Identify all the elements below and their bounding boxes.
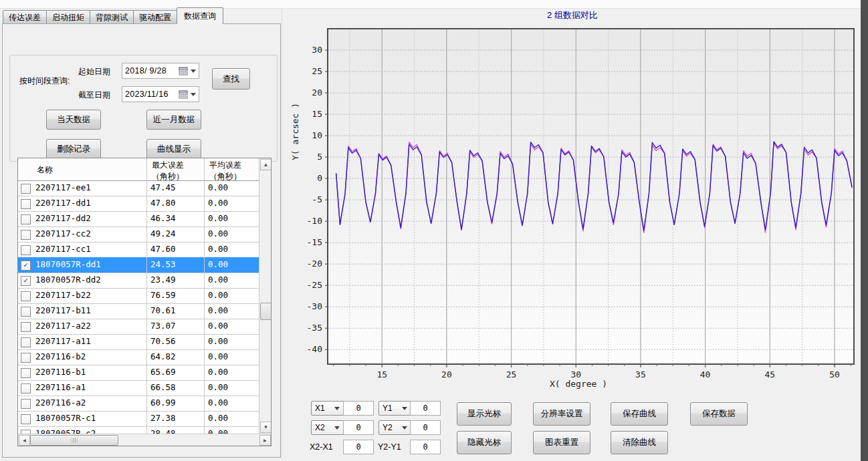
save-data-button[interactable]: 保存数据 [690, 402, 748, 426]
curve-display-button[interactable]: 曲线显示 [146, 139, 201, 159]
row-checkbox[interactable] [21, 414, 31, 424]
hide-cursor-button[interactable]: 隐藏光标 [457, 431, 512, 454]
cell-avg: 0.00 [208, 349, 256, 364]
end-date-value: 2023/11/16 [125, 90, 179, 99]
dy-value-input[interactable]: 0 [410, 440, 441, 454]
row-checkbox[interactable] [21, 245, 31, 255]
table-row[interactable]: 2207116-b264.820.00 [18, 349, 259, 365]
table-row[interactable]: 2207117-a2273.070.00 [18, 319, 259, 335]
clear-curve-button[interactable]: 清除曲线 [611, 431, 668, 454]
svg-text:-5: -5 [312, 194, 322, 204]
scroll-thumb[interactable] [260, 303, 272, 320]
table-horizontal-scrollbar[interactable]: ◄ ► [18, 434, 271, 446]
table-row[interactable]: 2207117-dd147.800.00 [18, 196, 259, 212]
chevron-down-icon[interactable] [191, 93, 196, 96]
tab-data-query[interactable]: 数据查询 [177, 7, 223, 24]
cell-avg: 0.00 [208, 288, 256, 303]
x1-value-input[interactable]: 0 [343, 401, 374, 416]
start-date-value: 2018/ 9/28 [125, 66, 179, 75]
row-checkbox[interactable] [21, 383, 31, 394]
svg-text:30: 30 [570, 369, 581, 379]
cell-name: 18070057R-c1 [35, 411, 142, 426]
table-row[interactable]: 2207117-cc249.240.00 [18, 226, 259, 243]
row-checkbox[interactable] [21, 184, 31, 194]
search-button[interactable]: 查找 [212, 68, 250, 90]
table-row[interactable]: 18070057R-c228.480.00 [18, 426, 259, 434]
svg-text:10: 10 [312, 130, 322, 140]
cell-name: 2207117-ee1 [35, 180, 142, 195]
row-checkbox[interactable] [21, 214, 31, 224]
col-header-avg[interactable]: 平均误差 （角秒） [209, 160, 241, 182]
svg-text:25: 25 [312, 66, 322, 76]
row-checkbox[interactable] [21, 199, 31, 209]
svg-text:30: 30 [312, 45, 322, 55]
row-checkbox[interactable] [21, 307, 31, 317]
row-checkbox[interactable]: ✓ [21, 261, 31, 271]
tab-transmission-error[interactable]: 传达误差 [3, 10, 47, 24]
tab-startup-torque[interactable]: 启动扭矩 [46, 10, 90, 24]
svg-text:25: 25 [506, 369, 517, 379]
tab-backlash-test[interactable]: 背隙测试 [90, 10, 134, 24]
time-range-groupbox: 按时间段查询: 起始日期 2018/ 9/28 截至日期 2023/11/16 … [9, 55, 278, 162]
scroll-right-icon[interactable]: ► [259, 435, 271, 446]
y2-value-input[interactable]: 0 [410, 420, 441, 435]
resolution-settings-button[interactable]: 分辨率设置 [533, 402, 590, 426]
row-checkbox[interactable] [21, 230, 31, 240]
start-date-picker[interactable]: 2018/ 9/28 [122, 63, 199, 79]
table-row[interactable]: 2207116-b165.690.00 [18, 365, 259, 381]
row-checkbox[interactable] [21, 322, 31, 332]
save-curve-button[interactable]: 保存曲线 [611, 402, 668, 426]
table-row[interactable]: 2207117-b1170.610.00 [18, 303, 259, 319]
dy-label: Y2-Y1 [378, 442, 401, 452]
chevron-down-icon[interactable] [191, 69, 196, 73]
delete-record-button[interactable]: 删除记录 [46, 139, 101, 159]
cell-name: 2207117-dd1 [35, 196, 142, 210]
y2-select[interactable]: Y2 [378, 420, 414, 435]
chart-plot-area[interactable]: 1520253035404550302520151050-5-10-15-20-… [286, 0, 859, 461]
last-month-data-button[interactable]: 近一月数据 [146, 110, 201, 130]
row-checkbox[interactable]: ✓ [21, 276, 31, 286]
scroll-thumb[interactable] [30, 435, 118, 446]
tab-drive-config[interactable]: 驱动配置 [133, 10, 177, 24]
table-row[interactable]: 2207117-cc147.600.00 [18, 242, 259, 258]
table-row[interactable]: 2207116-a260.990.00 [18, 396, 259, 412]
cell-name: 2207116-a1 [35, 380, 142, 395]
table-row[interactable]: ✓18070057R-dd223.490.00 [18, 273, 259, 289]
scroll-up-icon[interactable]: ▲ [260, 159, 272, 170]
col-header-max[interactable]: 最大误差 （角秒） [152, 160, 184, 182]
svg-text:-15: -15 [307, 237, 322, 247]
table-row[interactable]: 2207117-ee147.450.00 [18, 180, 259, 196]
row-checkbox[interactable] [21, 291, 31, 301]
row-checkbox[interactable] [21, 337, 31, 347]
table-row[interactable]: 2207116-a166.580.00 [18, 380, 259, 396]
y1-select[interactable]: Y1 [378, 401, 414, 416]
x1-select[interactable]: X1 [311, 401, 346, 416]
table-row[interactable]: 18070057R-c127.380.00 [18, 411, 259, 427]
cell-max: 70.56 [150, 334, 201, 349]
col-header-name[interactable]: 名称 [37, 164, 53, 176]
x2-select[interactable]: X2 [311, 420, 346, 435]
scroll-down-icon[interactable]: ▼ [260, 422, 272, 433]
table-row[interactable]: ✓18070057R-dd124.530.00 [18, 257, 259, 273]
table-row[interactable]: 2207117-b2276.590.00 [18, 288, 259, 304]
row-checkbox[interactable] [21, 368, 31, 378]
row-checkbox[interactable] [21, 399, 31, 409]
today-data-button[interactable]: 当天数据 [46, 110, 101, 130]
dx-value-input[interactable]: 0 [343, 440, 374, 454]
cell-avg: 0.00 [208, 303, 256, 318]
chevron-down-icon [402, 426, 407, 430]
row-checkbox[interactable] [21, 353, 31, 363]
table-vertical-scrollbar[interactable]: ▲ ▼ [259, 158, 272, 434]
y1-value-input[interactable]: 0 [410, 401, 441, 416]
end-date-picker[interactable]: 2023/11/16 [122, 86, 199, 102]
table-header: 名称 最大误差 （角秒） 平均误差 （角秒） [18, 158, 259, 181]
x2-value-input[interactable]: 0 [343, 420, 374, 435]
svg-text:50: 50 [829, 369, 840, 379]
table-row[interactable]: 2207117-a1170.560.00 [18, 334, 259, 350]
scroll-left-icon[interactable]: ◄ [19, 435, 30, 446]
table-row[interactable]: 2207117-dd246.340.00 [18, 211, 259, 227]
table-body: 名称 最大误差 （角秒） 平均误差 （角秒） 2207117-ee147.450… [18, 158, 271, 434]
chart-reset-button[interactable]: 图表重置 [533, 431, 590, 454]
show-cursor-button[interactable]: 显示光标 [457, 402, 512, 426]
window-right-scrollbar[interactable] [861, 0, 868, 461]
